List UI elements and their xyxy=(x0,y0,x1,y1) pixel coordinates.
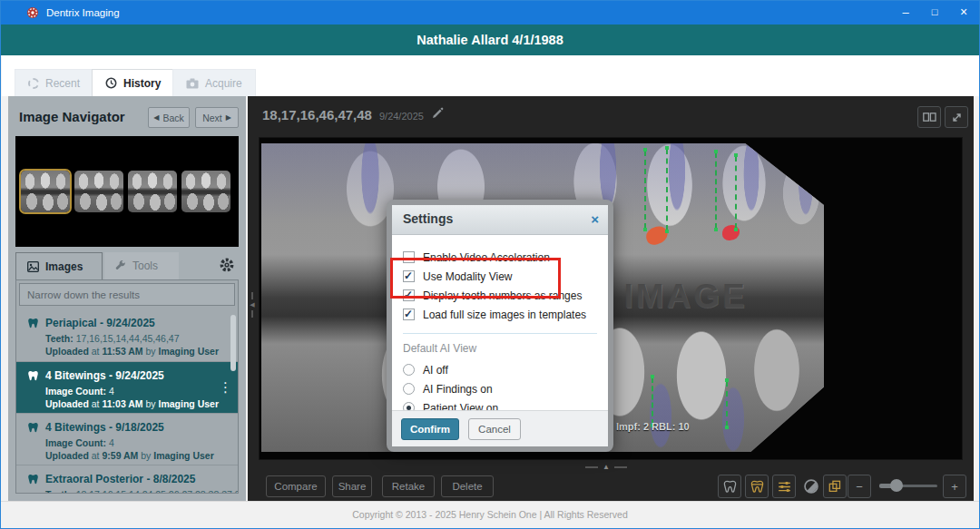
radio-unselected-icon[interactable] xyxy=(403,383,415,395)
zoom-out-button[interactable]: − xyxy=(848,475,871,498)
record-row-bitewings-selected[interactable]: 4 Bitewings - 9/24/2025 Image Count: 4 U… xyxy=(16,361,238,413)
tab-recent[interactable]: Recent xyxy=(15,69,93,96)
image-date: 9/24/2025 xyxy=(379,111,424,122)
xray-thumbnail[interactable] xyxy=(128,171,177,212)
window-title: Dentrix Imaging xyxy=(46,1,120,24)
history-clock-icon xyxy=(105,77,117,89)
next-button[interactable]: Next ▶ xyxy=(195,107,239,128)
tab-tools[interactable]: Tools xyxy=(104,252,179,279)
image-record-list: Periapical - 9/24/2025 Teeth: 17,16,15,1… xyxy=(15,279,239,494)
retake-button[interactable]: Retake xyxy=(382,475,435,497)
panel-title: Image Navigator xyxy=(19,109,125,124)
dialog-header[interactable]: Settings × xyxy=(392,205,608,235)
record-meta: Teeth: 17,16,15,14,44,45,46,47 xyxy=(45,333,180,344)
zoom-slider-knob[interactable] xyxy=(890,479,903,492)
xray-thumbnail[interactable] xyxy=(181,171,230,212)
close-button[interactable]: × xyxy=(950,1,977,24)
checkbox-checked-icon[interactable] xyxy=(403,309,415,320)
ai-view-section-label: Default AI View xyxy=(403,342,597,360)
list-scrollbar[interactable] xyxy=(230,315,236,371)
search-input[interactable] xyxy=(19,283,235,306)
tooth-findings-button[interactable] xyxy=(745,475,769,498)
checkbox-full-size-images[interactable]: Load full size images in templates xyxy=(403,305,597,324)
ai-measurement-label: Impf: 2 RBL: 10 xyxy=(616,421,690,432)
duplicate-view-button[interactable] xyxy=(823,475,847,498)
record-meta: Image Count: 4 xyxy=(45,437,114,448)
image-title: 18,17,16,46,47,48 xyxy=(262,107,372,122)
expand-arrows-icon xyxy=(951,112,963,123)
back-button[interactable]: ◀ Back xyxy=(148,107,190,128)
xray-thumbnail-selected[interactable] xyxy=(21,171,70,212)
collapse-left-icon: ◀ xyxy=(250,301,254,309)
ai-bone-level-line xyxy=(735,156,737,229)
title-bar: Dentrix Imaging – □ × xyxy=(1,1,979,24)
record-title: 4 Bitewings - 9/18/2025 xyxy=(45,421,164,434)
dual-layout-icon xyxy=(923,113,936,122)
red-highlight-annotation xyxy=(390,258,561,299)
sliders-icon xyxy=(778,480,791,494)
contrast-button[interactable] xyxy=(799,475,823,498)
maximize-button[interactable]: □ xyxy=(921,1,948,24)
back-arrow-icon: ◀ xyxy=(153,113,159,122)
gear-icon[interactable] xyxy=(219,257,235,273)
tab-images[interactable]: Images xyxy=(15,252,103,279)
ai-bone-level-line xyxy=(666,149,668,230)
zoom-slider[interactable] xyxy=(879,484,937,488)
minimize-button[interactable]: – xyxy=(892,1,919,24)
record-row-extraoral[interactable]: Extraoral Posterior - 8/8/2025 Teeth: 18… xyxy=(16,465,238,494)
image-icon xyxy=(27,261,39,272)
recent-icon xyxy=(28,78,39,89)
edit-pencil-icon[interactable] xyxy=(431,107,444,120)
record-row-periapical[interactable]: Periapical - 9/24/2025 Teeth: 17,16,15,1… xyxy=(16,309,238,361)
dentrix-imaging-window: Dentrix Imaging – □ × Nathalie Allard 4/… xyxy=(0,0,980,529)
adjustments-button[interactable] xyxy=(772,475,796,498)
xray-thumbnail[interactable] xyxy=(74,171,123,212)
tooth-numbers-button[interactable] xyxy=(718,475,741,498)
tooth-icon xyxy=(27,422,39,434)
dialog-title: Settings xyxy=(403,211,453,226)
record-title: Extraoral Posterior - 8/8/2025 xyxy=(45,473,195,485)
filmstrip-expand-handle[interactable]: ▲ xyxy=(585,463,627,471)
tooth-icon xyxy=(27,318,39,329)
record-meta: Image Count: 4 xyxy=(45,386,114,397)
dialog-close-icon[interactable]: × xyxy=(591,210,599,229)
ai-bone-level-line xyxy=(726,381,728,426)
contrast-icon xyxy=(803,478,819,495)
expand-up-icon: ▲ xyxy=(603,463,610,471)
tooth-icon xyxy=(27,370,39,382)
next-arrow-icon: ▶ xyxy=(226,113,231,122)
record-uploaded: Uploaded at 11:03 AM by Imaging User xyxy=(45,398,219,409)
tab-history[interactable]: History xyxy=(92,69,174,96)
record-menu-kebab-icon[interactable]: ⋮ xyxy=(219,380,232,394)
dual-view-button[interactable] xyxy=(917,106,941,128)
record-uploaded: Uploaded at 11:53 AM by Imaging User xyxy=(45,346,219,357)
radio-unselected-icon[interactable] xyxy=(403,364,415,376)
fullscreen-button[interactable] xyxy=(945,106,968,128)
tab-strip: Recent History Acquire xyxy=(2,55,979,96)
acquire-camera-icon xyxy=(186,78,199,89)
ai-bone-level-line xyxy=(652,377,653,425)
panel-collapse-handle[interactable]: ◀ xyxy=(249,289,256,321)
thumbnail-strip xyxy=(15,136,239,247)
wrench-icon xyxy=(115,260,126,271)
record-row-bitewings[interactable]: 4 Bitewings - 9/18/2025 Image Count: 4 U… xyxy=(16,413,238,465)
image-navigator-panel: Image Navigator ◀ Back Next ▶ Images xyxy=(8,96,246,501)
tooth-icon xyxy=(27,474,39,485)
cancel-button[interactable]: Cancel xyxy=(468,418,521,440)
radio-ai-off[interactable]: AI off xyxy=(403,360,597,379)
tab-acquire[interactable]: Acquire xyxy=(172,69,256,96)
viewer-header: 18,17,16,46,47,48 9/24/2025 xyxy=(262,107,444,122)
settings-dialog: Settings × Enable Video Acceleration Use… xyxy=(387,200,613,452)
zoom-in-button[interactable]: + xyxy=(943,475,966,498)
ai-bone-level-line xyxy=(715,152,717,229)
share-button[interactable]: Share xyxy=(332,475,372,497)
compare-button[interactable]: Compare xyxy=(266,475,326,497)
radio-ai-findings-on[interactable]: AI Findings on xyxy=(403,379,597,398)
dialog-footer: Confirm Cancel xyxy=(392,410,608,446)
record-meta: Teeth: 18,17,16,15,14,24,25,26,27,28,38,… xyxy=(45,489,239,494)
copy-layers-icon xyxy=(828,480,841,493)
record-uploaded: Uploaded at 9:59 AM by Imaging User xyxy=(45,450,214,461)
confirm-button[interactable]: Confirm xyxy=(401,418,459,440)
tooth-crown-icon xyxy=(750,480,764,494)
delete-button[interactable]: Delete xyxy=(441,475,494,497)
